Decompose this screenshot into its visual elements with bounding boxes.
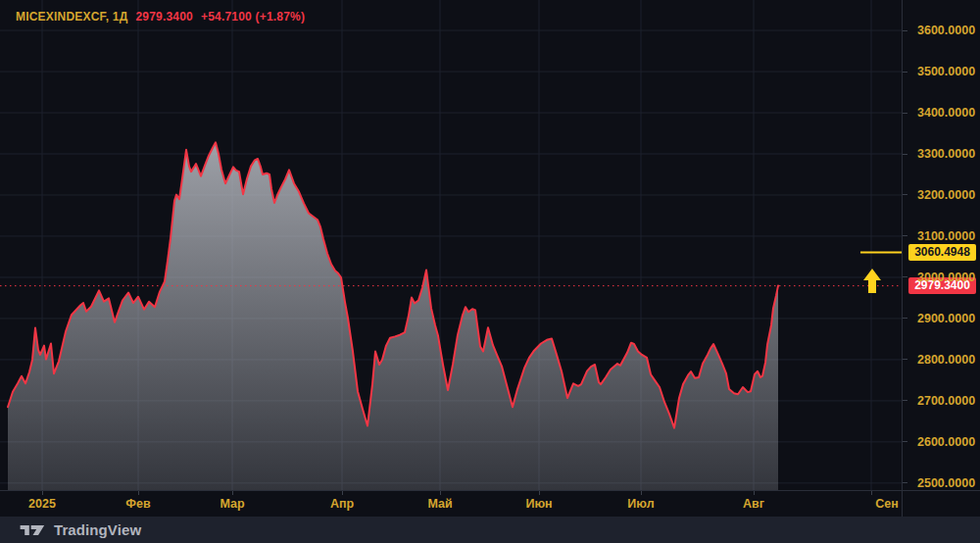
time-axis-tick	[871, 491, 872, 495]
price-axis-tick	[903, 400, 907, 401]
price-axis-label: 3400.0000	[917, 105, 975, 121]
price-axis-label: 2800.0000	[917, 352, 975, 368]
time-axis-label: Июл	[627, 491, 654, 517]
price-axis-tick	[903, 154, 907, 155]
chart-pane[interactable]: MICEXINDEXCF, 1Д 2979.3400 +54.7100 (+1.…	[0, 0, 902, 490]
time-axis[interactable]: 2025ФевМарАпрМайИюнИюлАвгСен	[0, 490, 980, 517]
price-axis-tick	[903, 30, 907, 31]
time-axis-label: Апр	[330, 491, 354, 517]
arrow-up-marker[interactable]	[863, 269, 881, 293]
price-axis-label: 2600.0000	[917, 434, 975, 450]
price-axis-tick	[903, 194, 907, 195]
price-axis-tick	[903, 235, 907, 236]
legend-price-change: +54.7100 (+1.87%)	[201, 10, 305, 24]
target-price-label[interactable]: 3060.4948	[908, 244, 976, 261]
price-axis-tick	[903, 318, 907, 319]
price-axis-tick	[903, 72, 907, 73]
price-axis-label: 3500.0000	[917, 64, 975, 79]
price-axis-label: 3300.0000	[917, 146, 975, 162]
price-axis-label: 3600.0000	[917, 23, 975, 38]
time-axis-label: Фев	[125, 491, 150, 517]
tradingview-brand-text[interactable]: TradingView	[54, 521, 141, 538]
symbol-title[interactable]: MICEXINDEXCF, 1Д	[16, 10, 127, 24]
price-chart[interactable]	[0, 0, 902, 490]
time-axis-label: 2025	[28, 491, 56, 517]
time-axis-label: Мар	[220, 491, 244, 517]
price-axis-tick	[903, 276, 907, 277]
tradingview-chart-window: MICEXINDEXCF, 1Д 2979.3400 +54.7100 (+1.…	[0, 0, 980, 543]
price-axis-label: 2500.0000	[917, 475, 975, 491]
time-axis-label: Сен	[875, 491, 899, 517]
price-axis-tick	[903, 113, 907, 114]
price-axis-tick	[903, 482, 907, 483]
price-axis-label: 2900.0000	[917, 311, 975, 326]
time-axis-label: Май	[427, 491, 452, 517]
time-axis-label: Авг	[743, 491, 764, 517]
footer-toolbar: TradingView	[0, 517, 980, 543]
legend-last-price: 2979.3400	[135, 10, 193, 24]
tradingview-logo-icon[interactable]	[20, 522, 46, 538]
price-axis-label: 2700.0000	[917, 393, 975, 409]
symbol-legend: MICEXINDEXCF, 1Д 2979.3400 +54.7100 (+1.…	[16, 10, 305, 24]
price-axis[interactable]: 3060.4948 2979.3400 3600.00003500.000034…	[902, 0, 980, 517]
price-axis-label: 3000.0000	[917, 270, 975, 285]
price-axis-tick	[903, 441, 907, 442]
time-axis-label: Июн	[525, 491, 552, 517]
price-axis-label: 3100.0000	[917, 228, 975, 244]
price-axis-tick	[903, 359, 907, 360]
price-axis-label: 3200.0000	[917, 187, 975, 203]
